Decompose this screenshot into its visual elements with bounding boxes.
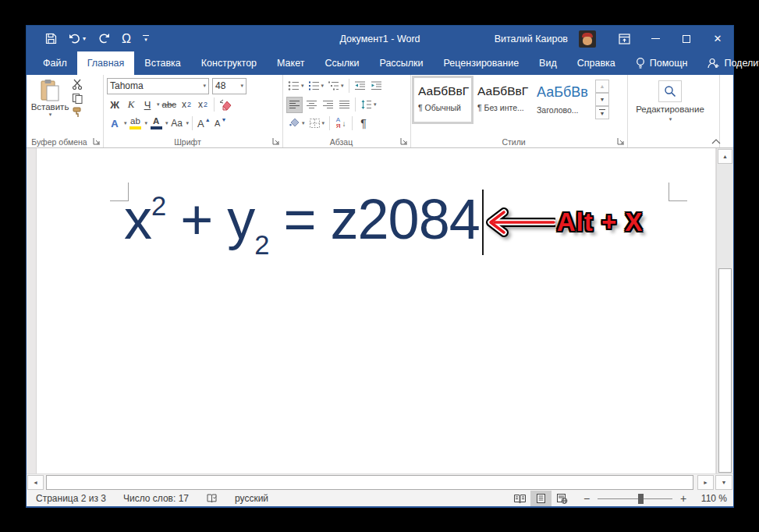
clipboard-dialog-launcher[interactable]: [93, 137, 101, 145]
collapse-ribbon-button[interactable]: [711, 139, 721, 144]
font-color-caret[interactable]: ▾: [165, 120, 168, 126]
scroll-right-button[interactable]: ►: [697, 475, 714, 490]
tab-review[interactable]: Рецензирование: [434, 51, 530, 75]
copy-icon[interactable]: [72, 93, 83, 104]
tab-help[interactable]: Справка: [567, 51, 626, 75]
strikethrough-button[interactable]: abc: [161, 97, 179, 113]
zoom-percentage[interactable]: 110 %: [694, 493, 727, 504]
borders-button[interactable]: ▾: [307, 115, 327, 132]
font-dialog-launcher[interactable]: [272, 137, 280, 145]
underline-dropdown-caret[interactable]: ▾: [157, 101, 160, 108]
undo-dropdown-caret[interactable]: ▾: [83, 36, 86, 42]
align-right-button[interactable]: [320, 97, 335, 113]
insert-symbol-button[interactable]: Ω: [122, 33, 131, 45]
highlight-glyph: ab: [130, 117, 140, 126]
format-painter-icon[interactable]: [72, 107, 83, 118]
close-button[interactable]: ✕: [702, 26, 733, 51]
cut-icon[interactable]: [72, 79, 83, 90]
tab-home[interactable]: Главная: [77, 51, 135, 75]
ribbon-tab-row: Файл Главная Вставка Конструктор Макет С…: [27, 51, 733, 75]
subscript-button[interactable]: x2: [179, 97, 194, 113]
customize-qat-button[interactable]: ▾: [143, 35, 149, 42]
grow-font-button[interactable]: А▲: [196, 115, 212, 132]
vertical-scroll-thumb[interactable]: [718, 268, 732, 473]
font-size-combobox[interactable]: 48 ▾: [212, 78, 246, 94]
style-scroll-up-button[interactable]: ▲: [595, 80, 609, 93]
minimize-button[interactable]: [640, 26, 671, 51]
horizontal-scroll-track[interactable]: [44, 474, 697, 491]
tab-references[interactable]: Ссылки: [314, 51, 369, 75]
change-case-caret[interactable]: ▾: [186, 120, 190, 126]
tab-mailings[interactable]: Рассылки: [369, 51, 433, 75]
zoom-in-button[interactable]: +: [679, 492, 688, 505]
bold-button[interactable]: Ж: [107, 97, 122, 113]
align-center-button[interactable]: [303, 97, 319, 113]
change-case-button[interactable]: Аа: [169, 115, 185, 132]
read-mode-button[interactable]: [509, 491, 530, 506]
text-effects-button[interactable]: А: [107, 115, 122, 132]
save-button[interactable]: [45, 33, 57, 44]
increase-indent-button[interactable]: [369, 78, 385, 94]
tab-view[interactable]: Вид: [529, 51, 567, 75]
scroll-down-button[interactable]: ▼: [715, 475, 732, 490]
horizontal-scroll-thumb[interactable]: [46, 475, 693, 490]
tab-layout[interactable]: Макет: [267, 51, 314, 75]
tab-design[interactable]: Конструктор: [191, 51, 267, 75]
justify-button[interactable]: [336, 97, 352, 113]
editing-menu-button[interactable]: Редактирование ▾: [631, 77, 709, 135]
decrease-indent-button[interactable]: [353, 78, 368, 94]
tab-file[interactable]: Файл: [33, 51, 77, 75]
maximize-button[interactable]: [671, 26, 702, 51]
redo-button[interactable]: [98, 33, 110, 44]
page-indicator[interactable]: Страница 2 из 3: [36, 493, 106, 504]
underline-button[interactable]: Ч: [140, 97, 155, 113]
styles-dialog-launcher[interactable]: [617, 137, 625, 145]
horizontal-scrollbar[interactable]: ◄ ► ▼: [27, 473, 733, 491]
zoom-out-button[interactable]: −: [582, 492, 591, 505]
paste-button[interactable]: Вставить ▾: [30, 77, 70, 135]
multilevel-list-button[interactable]: ▾: [326, 78, 346, 94]
zoom-slider-thumb[interactable]: [638, 494, 644, 504]
equation-text[interactable]: x2 + y2 = z2084: [124, 187, 480, 257]
bullets-caret: ▾: [301, 83, 304, 89]
bullets-button[interactable]: ▾: [286, 78, 306, 94]
user-avatar[interactable]: [579, 30, 596, 48]
tab-share[interactable]: Поделиться: [697, 51, 759, 75]
style-gallery-more-button[interactable]: ▼: [595, 106, 609, 119]
ribbon-display-options-button[interactable]: [608, 26, 640, 51]
proofing-status[interactable]: [206, 493, 218, 504]
highlight-caret[interactable]: ▾: [145, 120, 148, 126]
text-effects-caret[interactable]: ▾: [124, 120, 127, 126]
undo-button[interactable]: ▾: [69, 34, 86, 44]
clear-formatting-button[interactable]: [218, 97, 234, 113]
language-indicator[interactable]: русский: [235, 493, 268, 504]
vertical-scrollbar[interactable]: ▲: [716, 148, 733, 473]
scroll-up-button[interactable]: ▲: [718, 149, 732, 164]
word-count[interactable]: Число слов: 17: [123, 493, 189, 504]
style-card-normal[interactable]: АаБбВвГ ¶ Обычный: [414, 78, 471, 122]
shrink-font-button[interactable]: А▼: [213, 115, 229, 132]
highlight-button[interactable]: ab: [128, 115, 144, 132]
web-layout-button[interactable]: [552, 491, 573, 506]
paragraph-dialog-launcher[interactable]: [400, 137, 408, 145]
line-spacing-button[interactable]: ▾: [359, 97, 378, 113]
tab-assistant[interactable]: Помощн: [626, 51, 698, 75]
tab-insert[interactable]: Вставка: [134, 51, 190, 75]
user-name[interactable]: Виталий Каиров: [495, 34, 568, 44]
font-family-combobox[interactable]: Tahoma ▾: [107, 78, 209, 94]
show-hide-pilcrow-button[interactable]: ¶: [356, 115, 371, 132]
style-card-heading[interactable]: АаБбВв Заголово...: [533, 78, 590, 122]
numbering-button[interactable]: ▾: [307, 78, 326, 94]
scroll-left-button[interactable]: ◄: [27, 475, 44, 490]
superscript-button[interactable]: x2: [195, 97, 211, 113]
document-page[interactable]: x2 + y2 = z2084 Alt + X: [37, 148, 716, 473]
shading-button[interactable]: ▾: [286, 115, 307, 132]
italic-button[interactable]: К: [123, 97, 139, 113]
font-color-button[interactable]: А: [148, 115, 164, 132]
align-left-button[interactable]: [286, 97, 303, 113]
sort-button[interactable]: А Я ↓: [333, 115, 349, 132]
style-card-no-spacing[interactable]: АаБбВвГ ¶ Без инте...: [473, 78, 530, 122]
style-scroll-down-button[interactable]: ▼: [595, 93, 609, 106]
zoom-slider-track[interactable]: [598, 498, 672, 499]
print-layout-button[interactable]: [530, 491, 552, 506]
